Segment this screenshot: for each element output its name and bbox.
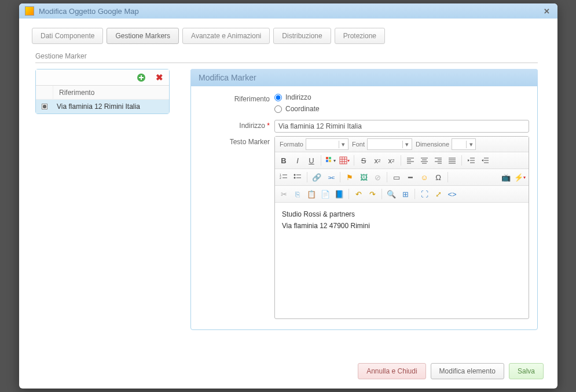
save-button[interactable]: Salva [509,363,544,379]
tab-gestione-markers[interactable]: Gestione Markers [107,28,179,44]
subscript-icon[interactable]: x2 [371,154,384,167]
editor-line: Via flaminia 12 47900 Rimini [282,220,522,232]
video-icon[interactable]: 📺 [500,171,512,184]
tab-bar: Dati Componente Gestione Markers Avanzat… [25,23,548,44]
copy-icon[interactable]: ⎘ [291,188,304,200]
redo-icon[interactable]: ↷ [366,188,379,200]
tab-protezione[interactable]: Protezione [335,28,385,44]
tab-dati-componente[interactable]: Dati Componente [32,28,103,44]
label-riferimento: Riferimento [199,93,274,116]
expand-icon[interactable]: ⤢ [432,188,445,200]
radio-indirizzo[interactable] [274,94,282,101]
ordered-list-icon[interactable]: 12 [277,171,290,184]
svg-rect-4 [340,157,347,164]
delete-marker-icon[interactable]: ✖ [156,72,163,83]
align-justify-icon[interactable] [446,154,458,167]
marker-list-header: Riferimento [36,86,169,100]
tab-avanzate-animazioni[interactable]: Avanzate e Animazioni [182,28,270,44]
marker-form-panel: Modifica Marker Riferimento Indirizzo [190,69,538,330]
hr-icon[interactable]: ━ [404,171,417,184]
modify-button[interactable]: Modifica elemento [431,363,504,379]
find-icon[interactable]: 🔍 [385,188,398,200]
editor-toolbar-row-2: B I U ▾ ▾ S x2 [275,152,529,169]
marker-row-icon [42,104,47,109]
modifica-marker-fieldset: Modifica Marker Riferimento Indirizzo [190,69,538,330]
editor-toolbar-row-1: Formato ▾ Font ▾ Dimensione ▾ [275,137,529,152]
page-icon[interactable]: ▭ [390,171,403,184]
radio-coordinate[interactable] [274,105,282,113]
fieldset-legend: Modifica Marker [190,69,538,86]
svg-text:2: 2 [280,176,281,179]
marker-list: ✖ Riferimento Via flaminia 12 Rimini Ita… [35,69,170,114]
formato-label: Formato [280,141,303,148]
content-row: ✖ Riferimento Via flaminia 12 Rimini Ita… [25,69,548,330]
dialog-titlebar: Modifica Oggetto Google Map ✕ [19,3,557,19]
dimensione-label: Dimensione [416,141,449,148]
list-item[interactable]: Via flaminia 12 Rimini Italia [36,100,169,113]
font-select[interactable]: ▾ [367,138,412,150]
marker-row-label: Via flaminia 12 Rimini Italia [53,102,140,111]
paste-text-icon[interactable]: 📄 [319,188,332,200]
cut-icon[interactable]: ✂ [277,188,290,200]
svg-marker-32 [482,159,483,162]
section-title: Gestione Marker [35,52,548,60]
align-center-icon[interactable] [418,154,431,167]
underline-icon[interactable]: U [305,154,318,167]
editor-content[interactable]: Studio Rossi & partners Via flaminia 12 … [275,203,529,318]
marker-list-toolbar: ✖ [36,69,169,86]
radio-coordinate-label: Coordinate [285,105,320,113]
editor-toolbar-row-3: 12 🔗 ⫘ ⚑ 🖼 ⊘ [275,169,529,186]
formato-select[interactable]: ▾ [306,138,348,150]
dialog-scroll[interactable]: Dati Componente Gestione Markers Avanzat… [25,23,552,357]
bold-icon[interactable]: B [277,154,290,167]
italic-icon[interactable]: I [291,154,304,167]
marker-list-panel: ✖ Riferimento Via flaminia 12 Rimini Ita… [35,69,170,330]
selectall-icon[interactable]: ⊞ [399,188,412,200]
image-icon[interactable]: 🖼 [357,171,370,184]
close-icon[interactable]: ✕ [541,6,552,16]
omega-icon[interactable]: Ω [432,171,445,184]
superscript-icon[interactable]: x2 [385,154,398,167]
label-testo-marker: Testo Marker [199,136,274,319]
marker-list-header-label: Riferimento [53,89,94,97]
code-icon[interactable]: <> [446,188,458,200]
emoji-icon[interactable]: ☺ [418,171,431,184]
dialog-button-bar: Annulla e Chiudi Modifica elemento Salva [25,357,552,384]
outdent-icon[interactable] [465,154,478,167]
unordered-list-icon[interactable] [291,171,304,184]
dimensione-select[interactable]: ▾ [452,138,476,150]
paste-icon[interactable]: 📋 [305,188,318,200]
add-marker-icon[interactable] [137,74,145,82]
undo-icon[interactable]: ↶ [352,188,365,200]
align-left-icon[interactable] [404,154,417,167]
link-icon[interactable]: 🔗 [310,171,323,184]
table-icon[interactable]: ▾ [338,154,351,167]
svg-rect-0 [326,157,328,159]
svg-rect-3 [329,160,331,162]
font-label: Font [352,141,365,148]
text-color-icon[interactable]: ▾ [324,154,337,167]
indirizzo-input[interactable] [274,120,529,133]
align-right-icon[interactable] [432,154,445,167]
flag-icon[interactable]: ⚑ [343,171,356,184]
svg-marker-28 [468,159,469,162]
editor-line: Studio Rossi & partners [282,208,522,220]
paste-word-icon[interactable]: 📘 [333,188,346,200]
fieldset-title: Modifica Marker [199,73,256,82]
cancel-button[interactable]: Annulla e Chiudi [358,363,425,379]
indent-icon[interactable] [479,154,491,167]
svg-rect-1 [329,157,331,159]
app-icon [25,6,34,16]
radio-indirizzo-label: Indirizzo [285,93,311,101]
rich-text-editor: Formato ▾ Font ▾ Dimensione ▾ [274,136,529,319]
section-divider [35,63,538,63]
tab-distribuzione[interactable]: Distribuzione [273,28,331,44]
strikethrough-icon[interactable]: S [357,154,370,167]
svg-point-38 [294,177,296,179]
flash-icon[interactable]: ⚡▾ [513,171,526,184]
svg-rect-2 [326,160,328,162]
svg-point-37 [294,174,296,176]
fullscreen-icon[interactable]: ⛶ [418,188,431,200]
unlink-icon[interactable]: ⫘ [324,171,337,184]
block-icon[interactable]: ⊘ [371,171,384,184]
